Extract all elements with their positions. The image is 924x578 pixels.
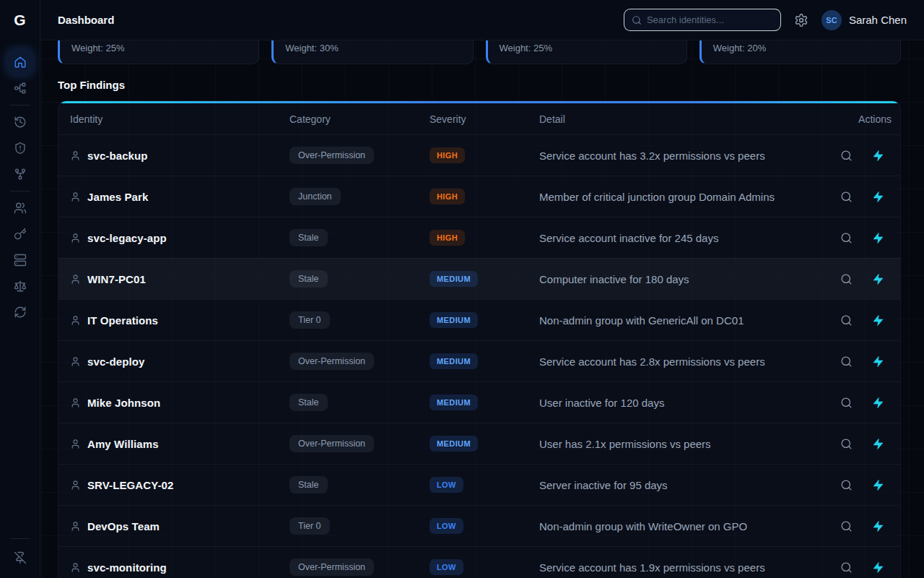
sidebar-nav xyxy=(7,40,33,325)
findings-table-body: svc-backup Over-Permission HIGH Service … xyxy=(58,134,900,578)
stat-weight-label: Weight: 25% xyxy=(71,43,247,53)
severity-badge: HIGH xyxy=(430,147,465,163)
main-content: Weight: 25% Weight: 30% Weight: 25% Weig… xyxy=(40,40,924,578)
remediate-button[interactable] xyxy=(872,191,884,203)
table-row[interactable]: WIN7-PC01 Stale MEDIUM Computer inactive… xyxy=(58,258,900,299)
user-name: Sarah Chen xyxy=(849,14,907,26)
finding-detail: Server inactive for 95 days xyxy=(528,479,822,491)
investigate-button[interactable] xyxy=(840,273,853,285)
sidebar-item-infrastructure[interactable] xyxy=(7,247,33,273)
stat-card[interactable]: Weight: 20% xyxy=(699,40,901,64)
severity-badge: HIGH xyxy=(430,230,465,246)
lightning-bolt-icon xyxy=(872,438,884,450)
investigate-button[interactable] xyxy=(840,314,853,327)
investigate-button[interactable] xyxy=(840,438,853,450)
investigate-button[interactable] xyxy=(840,561,853,574)
category-badge: Stale xyxy=(289,394,328,411)
gear-icon xyxy=(794,13,808,27)
lightning-bolt-icon xyxy=(872,191,884,203)
user-icon xyxy=(70,521,81,532)
remediate-button[interactable] xyxy=(872,561,884,574)
magnifier-icon xyxy=(840,273,853,285)
findings-table-header: Identity Category Severity Detail Action… xyxy=(58,103,900,134)
search-box[interactable] xyxy=(624,9,781,31)
sidebar-item-history[interactable] xyxy=(7,109,33,135)
remediate-button[interactable] xyxy=(872,355,884,368)
sidebar-item-identities[interactable] xyxy=(7,195,33,221)
sidebar-item-risk[interactable] xyxy=(7,135,33,161)
table-row[interactable]: James Park Junction HIGH Member of criti… xyxy=(58,176,900,217)
lightning-bolt-icon xyxy=(872,232,884,244)
investigate-button[interactable] xyxy=(840,355,853,368)
finding-detail: Service account has 2.8x permissions vs … xyxy=(528,355,822,368)
table-row[interactable]: svc-backup Over-Permission HIGH Service … xyxy=(58,134,900,176)
sidebar-item-compliance[interactable] xyxy=(7,273,33,299)
remediate-button[interactable] xyxy=(872,273,884,285)
remediate-button[interactable] xyxy=(872,150,884,162)
category-badge: Over-Permission xyxy=(289,147,374,164)
investigate-button[interactable] xyxy=(840,232,853,244)
investigate-button[interactable] xyxy=(840,150,853,162)
user-icon xyxy=(70,397,81,408)
finding-detail: User has 2.1x permissions vs peers xyxy=(528,438,822,450)
remediate-button[interactable] xyxy=(872,397,884,409)
lightning-bolt-icon xyxy=(872,355,884,368)
sidebar-item-permissions[interactable] xyxy=(7,221,33,247)
sidebar-item-disconnected[interactable] xyxy=(7,545,33,571)
table-row[interactable]: SRV-LEGACY-02 Stale LOW Server inactive … xyxy=(58,464,900,505)
stat-card[interactable]: Weight: 30% xyxy=(271,40,473,64)
identity-name: IT Operations xyxy=(87,314,158,327)
remediate-button[interactable] xyxy=(872,479,884,491)
remediate-button[interactable] xyxy=(872,438,884,450)
magnifier-icon xyxy=(840,232,853,244)
investigate-button[interactable] xyxy=(840,520,853,532)
investigate-button[interactable] xyxy=(840,191,853,203)
user-icon xyxy=(70,274,81,285)
remediate-button[interactable] xyxy=(872,314,884,327)
finding-detail: Service account has 3.2x permissions vs … xyxy=(528,150,822,162)
finding-detail: User inactive for 120 days xyxy=(528,397,822,409)
table-row[interactable]: svc-legacy-app Stale HIGH Service accoun… xyxy=(58,217,900,258)
stat-card[interactable]: Weight: 25% xyxy=(58,40,259,64)
magnifier-icon xyxy=(840,561,853,574)
search-input[interactable] xyxy=(647,14,773,25)
table-row[interactable]: svc-deploy Over-Permission MEDIUM Servic… xyxy=(58,340,900,381)
sidebar-item-graph-explorer[interactable] xyxy=(7,75,33,101)
table-row[interactable]: DevOps Team Tier 0 LOW Non-admin group w… xyxy=(58,505,900,546)
user-icon xyxy=(70,191,81,202)
remediate-button[interactable] xyxy=(872,232,884,244)
table-row[interactable]: Amy Williams Over-Permission MEDIUM User… xyxy=(58,423,900,464)
finding-detail: Computer inactive for 180 days xyxy=(528,273,822,285)
stat-card[interactable]: Weight: 25% xyxy=(486,40,687,64)
table-row[interactable]: Mike Johnson Stale MEDIUM User inactive … xyxy=(58,381,900,423)
stat-weight-label: Weight: 20% xyxy=(713,43,889,53)
scale-icon xyxy=(14,280,27,293)
user-icon xyxy=(70,356,81,367)
severity-badge: HIGH xyxy=(430,189,465,204)
identity-name: SRV-LEGACY-02 xyxy=(87,479,173,491)
investigate-button[interactable] xyxy=(840,397,853,409)
lightning-bolt-icon xyxy=(872,397,884,409)
table-row[interactable]: svc-monitoring Over-Permission LOW Servi… xyxy=(58,546,900,578)
user-icon xyxy=(70,233,81,243)
category-badge: Tier 0 xyxy=(289,517,330,535)
refresh-icon xyxy=(14,306,27,319)
finding-detail: Service account has 1.9x permissions vs … xyxy=(528,561,822,574)
finding-detail: Non-admin group with WriteOwner on GPO xyxy=(528,520,822,532)
lightning-bolt-icon xyxy=(872,150,884,162)
investigate-button[interactable] xyxy=(840,479,853,491)
severity-badge: MEDIUM xyxy=(430,312,478,328)
severity-badge: LOW xyxy=(430,477,463,493)
sidebar-item-sync[interactable] xyxy=(7,299,33,325)
settings-button[interactable] xyxy=(794,13,808,27)
severity-badge: MEDIUM xyxy=(430,353,478,369)
table-row[interactable]: IT Operations Tier 0 MEDIUM Non-admin gr… xyxy=(58,299,900,340)
user-menu[interactable]: SC Sarah Chen xyxy=(821,10,907,30)
finding-detail: Service account inactive for 245 days xyxy=(528,232,822,244)
findings-card: Identity Category Severity Detail Action… xyxy=(58,100,901,578)
sidebar-item-dashboard[interactable] xyxy=(7,49,33,75)
sidebar-item-attack-paths[interactable] xyxy=(7,161,33,187)
app-logo: G xyxy=(0,0,40,40)
pin-off-icon xyxy=(14,551,27,564)
remediate-button[interactable] xyxy=(872,520,884,532)
